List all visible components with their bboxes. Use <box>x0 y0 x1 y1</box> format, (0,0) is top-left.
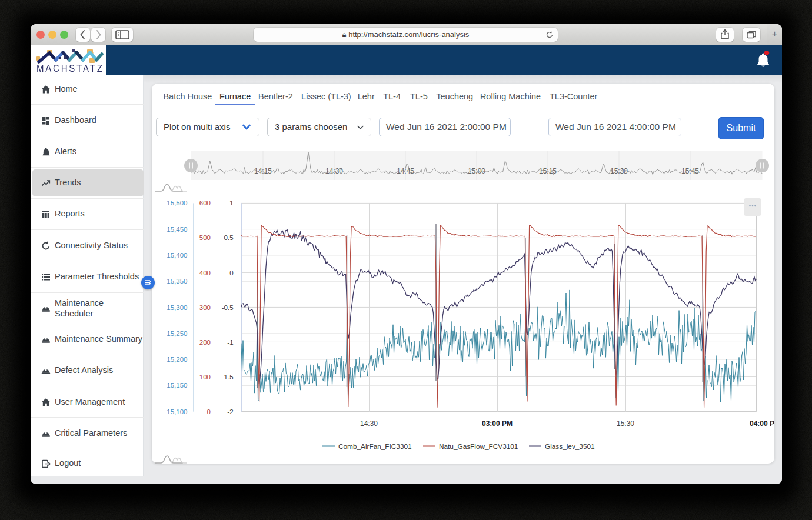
svg-text:Glass_lev_3501: Glass_lev_3501 <box>545 442 595 451</box>
svg-text:-1.5: -1.5 <box>222 374 234 381</box>
svg-text:0.5: 0.5 <box>224 234 234 241</box>
svg-text:15:15: 15:15 <box>539 167 557 175</box>
svg-text:400: 400 <box>199 269 211 276</box>
svg-text:0: 0 <box>207 408 211 415</box>
svg-text:15:00: 15:00 <box>468 167 485 175</box>
svg-text:15:30: 15:30 <box>617 419 634 428</box>
svg-text:0: 0 <box>229 269 233 276</box>
svg-text:03:00 PM: 03:00 PM <box>482 419 513 428</box>
svg-text:15,450: 15,450 <box>167 226 187 233</box>
svg-text:15,350: 15,350 <box>167 278 187 285</box>
svg-text:15:30: 15:30 <box>610 167 628 175</box>
svg-text:500: 500 <box>199 234 211 241</box>
svg-text:Comb_AirFan_FIC3301: Comb_AirFan_FIC3301 <box>338 442 412 451</box>
svg-text:14:45: 14:45 <box>397 167 414 175</box>
svg-text:Natu_GasFlow_FCV3101: Natu_GasFlow_FCV3101 <box>439 442 518 451</box>
svg-text:100: 100 <box>199 374 211 381</box>
svg-text:14:15: 14:15 <box>254 167 272 175</box>
svg-text:600: 600 <box>199 199 211 206</box>
svg-text:-0.5: -0.5 <box>222 304 234 311</box>
svg-text:14:30: 14:30 <box>360 419 378 428</box>
svg-text:14:30: 14:30 <box>325 167 343 175</box>
svg-text:300: 300 <box>199 304 211 311</box>
svg-text:15,250: 15,250 <box>167 330 187 337</box>
svg-text:15,100: 15,100 <box>167 408 187 415</box>
svg-text:15,400: 15,400 <box>167 252 187 259</box>
svg-text:15,200: 15,200 <box>167 356 187 363</box>
svg-text:04:00 P: 04:00 P <box>750 419 774 428</box>
svg-text:1: 1 <box>229 199 233 206</box>
svg-text:15,150: 15,150 <box>167 382 187 389</box>
svg-text:15:45: 15:45 <box>681 167 699 175</box>
svg-text:15,500: 15,500 <box>167 199 187 206</box>
svg-text:-1: -1 <box>227 339 233 346</box>
svg-text:200: 200 <box>199 339 211 346</box>
svg-text:15,300: 15,300 <box>167 304 187 311</box>
svg-text:-2: -2 <box>227 408 233 415</box>
